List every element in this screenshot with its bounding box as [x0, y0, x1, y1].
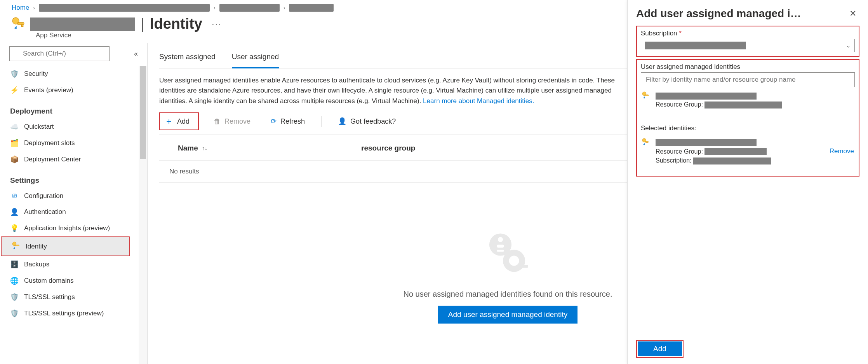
sidebar-item-tls-ssl-preview[interactable]: 🛡️ TLS/SSL settings (preview) — [0, 305, 139, 322]
sidebar-item-deployment-slots[interactable]: 🗂️ Deployment slots — [0, 135, 139, 151]
selected-identity-item: Resource Group: Subscription: Remove — [641, 134, 855, 169]
more-actions-button[interactable]: ··· — [208, 19, 222, 30]
identity-name-redacted — [656, 139, 757, 146]
svg-marker-19 — [643, 143, 645, 145]
sidebar-item-quickstart[interactable]: ☁️ Quickstart — [0, 119, 139, 135]
flyout-title: Add user assigned managed i… — [636, 7, 801, 20]
subscription-select[interactable]: ⌄ — [641, 39, 855, 52]
person-icon: 👤 — [10, 208, 19, 216]
sidebar-item-label: TLS/SSL settings — [24, 293, 75, 301]
dbstack-icon: 🗄️ — [10, 260, 19, 269]
sidebar-item-authentication[interactable]: 👤 Authentication — [0, 204, 139, 220]
sidebar-item-label: Backups — [24, 261, 49, 268]
description-body: User assigned managed identities enable … — [159, 77, 615, 105]
identity-filter-input[interactable] — [641, 72, 855, 87]
sidebar-item-label: Deployment slots — [24, 139, 75, 147]
key-icon — [12, 17, 25, 31]
sidebar-group-settings: Settings — [0, 168, 139, 188]
collapse-sidebar-button[interactable]: « — [134, 50, 138, 58]
svg-rect-18 — [645, 142, 649, 143]
remove-identity-link[interactable]: Remove — [830, 147, 854, 155]
sidebar-item-events[interactable]: ⚡ Events (preview) — [0, 82, 139, 98]
sidebar: 🔍︎ « 🛡️ Security ⚡ Events (preview) Depl… — [0, 43, 148, 364]
resource-group-value-redacted — [704, 148, 767, 155]
scrollbar-thumb[interactable] — [140, 66, 146, 159]
header-separator: | — [141, 16, 144, 32]
sidebar-scrollbar[interactable]: ▴ ▾ — [139, 66, 147, 364]
sidebar-item-backups[interactable]: 🗄️ Backups — [0, 256, 139, 273]
chevron-down-icon: ⌄ — [846, 43, 851, 49]
sidebar-item-custom-domains[interactable]: 🌐 Custom domains — [0, 273, 139, 289]
svg-marker-16 — [643, 96, 645, 99]
svg-rect-10 — [497, 250, 504, 252]
add-button[interactable]: ＋ Add — [159, 112, 199, 130]
feedback-icon: 👤 — [338, 117, 346, 126]
shield-icon: 🛡️ — [10, 309, 19, 318]
sidebar-item-label: Quickstart — [24, 123, 54, 131]
close-button[interactable]: ✕ — [846, 7, 859, 20]
column-rg-label: resource group — [361, 144, 415, 152]
chevron-right-icon: › — [33, 5, 35, 11]
globe-icon: 🌐 — [10, 276, 19, 285]
svg-rect-15 — [645, 95, 649, 96]
feedback-button[interactable]: 👤 Got feedback? — [332, 115, 401, 128]
sidebar-item-configuration[interactable]: ⎚ Configuration — [0, 188, 139, 204]
sidebar-group-deployment: Deployment — [0, 98, 139, 119]
remove-button: 🗑 Remove — [208, 115, 256, 128]
subscription-detail-label: Subscription: — [656, 157, 692, 164]
plus-icon: ＋ — [165, 116, 173, 127]
slots-icon: 🗂️ — [10, 139, 19, 147]
sidebar-item-label: TLS/SSL settings (preview) — [24, 310, 104, 317]
resource-group-value-redacted — [704, 102, 782, 108]
svg-rect-1 — [17, 23, 24, 24]
bulb-icon: 💡 — [10, 224, 19, 233]
sidebar-item-app-insights[interactable]: 💡 Application Insights (preview) — [0, 220, 139, 236]
add-identity-flyout: Add user assigned managed i… ✕ Subscript… — [627, 0, 868, 364]
svg-marker-3 — [14, 26, 16, 29]
sidebar-item-label: Custom domains — [24, 277, 74, 285]
sidebar-item-label: Application Insights (preview) — [24, 224, 110, 232]
sidebar-item-label: Identity — [26, 243, 47, 250]
flyout-footer: Add — [636, 340, 684, 358]
svg-point-8 — [498, 237, 503, 242]
column-name[interactable]: Name ↑↓ — [159, 144, 361, 152]
subscription-value-redacted — [693, 158, 771, 164]
svg-rect-9 — [497, 245, 504, 248]
add-user-assigned-identity-button[interactable]: Add user assigned managed identity — [438, 306, 578, 324]
page-title: Identity — [150, 16, 202, 32]
chevron-right-icon: › — [214, 5, 216, 11]
key-icon — [12, 241, 20, 252]
sidebar-item-label: Deployment Center — [24, 156, 81, 163]
identities-section: User assigned managed identities Resourc… — [636, 59, 859, 177]
breadcrumb-item-redacted-2[interactable] — [219, 4, 280, 12]
resource-group-label: Resource Group: — [656, 148, 703, 155]
feedback-button-label: Got feedback? — [350, 117, 396, 126]
sort-icon[interactable]: ↑↓ — [202, 145, 207, 151]
chevron-right-icon: › — [284, 5, 285, 11]
breadcrumb-item-redacted-3[interactable] — [289, 4, 334, 12]
learn-more-link[interactable]: Learn more about Managed identities. — [423, 97, 534, 105]
subscription-value-redacted — [645, 42, 746, 49]
flyout-add-button[interactable]: Add — [638, 341, 682, 356]
sidebar-item-security[interactable]: 🛡️ Security — [0, 66, 139, 82]
breadcrumb-item-redacted-1[interactable] — [39, 4, 210, 12]
box-icon: 📦 — [10, 155, 19, 164]
identity-list-item[interactable]: Resource Group: — [641, 87, 855, 113]
refresh-button[interactable]: ⟳ Refresh — [265, 115, 310, 128]
sidebar-item-label: Authentication — [24, 208, 66, 216]
key-icon — [642, 91, 650, 101]
subscription-label: Subscription * — [641, 30, 855, 37]
trash-icon: 🗑 — [214, 117, 221, 126]
sidebar-search-input[interactable] — [9, 46, 110, 61]
breadcrumb-home[interactable]: Home — [12, 4, 29, 12]
tab-user-assigned[interactable]: User assigned — [232, 49, 279, 68]
sidebar-item-identity[interactable]: Identity — [1, 236, 130, 256]
svg-rect-2 — [22, 24, 23, 26]
sidebar-item-deployment-center[interactable]: 📦 Deployment Center — [0, 151, 139, 168]
resource-group-label: Resource Group: — [656, 101, 703, 108]
uami-label: User assigned managed identities — [641, 63, 855, 71]
svg-rect-5 — [16, 245, 19, 246]
sidebar-item-tls-ssl[interactable]: 🛡️ TLS/SSL settings — [0, 289, 139, 305]
tab-system-assigned[interactable]: System assigned — [159, 49, 216, 68]
cloud-up-icon: ☁️ — [10, 122, 19, 131]
